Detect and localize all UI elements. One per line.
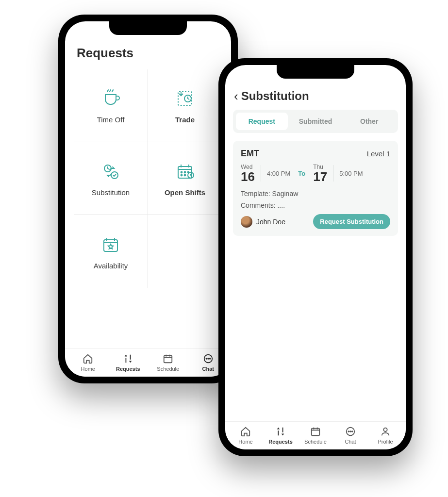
nav-label: Schedule xyxy=(304,439,327,445)
availability-icon xyxy=(100,233,122,256)
nav-label: Profile xyxy=(378,439,393,445)
divider xyxy=(333,165,333,182)
chat-icon xyxy=(345,426,356,437)
divider xyxy=(261,165,261,182)
end-time: 5:00 PM xyxy=(339,170,363,177)
chat-icon xyxy=(202,353,214,364)
coffee-icon xyxy=(100,87,122,110)
grid-item-label: Open Shifts xyxy=(165,188,205,197)
nav-label: Chat xyxy=(345,439,356,445)
requests-grid: Time Off Trade xyxy=(74,69,222,288)
phone-requests: Requests Time Off xyxy=(58,15,238,383)
open-shifts-icon xyxy=(174,160,196,182)
svg-point-6 xyxy=(184,172,186,173)
nav-home[interactable]: Home xyxy=(228,426,263,445)
bottom-nav: Home Requests Schedule xyxy=(65,348,231,377)
grid-item-trade[interactable]: Trade xyxy=(148,69,222,142)
nav-requests[interactable]: Requests xyxy=(108,353,149,372)
device-notch xyxy=(109,21,187,35)
comments-line: Comments: .... xyxy=(241,201,390,209)
nav-requests[interactable]: Requests xyxy=(263,426,298,445)
grid-item-label: Availability xyxy=(94,262,128,270)
svg-point-21 xyxy=(352,431,353,432)
back-button[interactable]: ‹ Substitution xyxy=(233,89,398,110)
profile-icon xyxy=(380,426,391,437)
start-time: 4:00 PM xyxy=(267,170,290,177)
svg-point-8 xyxy=(181,175,183,176)
home-icon xyxy=(240,426,251,437)
shift-role: EMT xyxy=(241,149,259,159)
tab-submitted[interactable]: Submitted xyxy=(290,113,342,130)
start-day: 16 xyxy=(241,170,255,183)
grid-item-label: Trade xyxy=(175,116,195,124)
nav-label: Schedule xyxy=(157,366,179,372)
svg-point-19 xyxy=(348,431,349,432)
svg-rect-11 xyxy=(104,240,117,251)
user-chip[interactable]: John Doe xyxy=(241,216,285,228)
grid-item-availability[interactable]: Availability xyxy=(74,215,148,288)
device-notch xyxy=(277,65,354,79)
page-title: Requests xyxy=(74,46,222,69)
schedule-icon xyxy=(310,426,321,437)
page-title: Substitution xyxy=(241,89,309,103)
grid-item-time-off[interactable]: Time Off xyxy=(74,69,148,142)
shift-card: EMT Level 1 Wed 16 4:00 PM To Thu xyxy=(233,141,398,236)
nav-schedule[interactable]: Schedule xyxy=(298,426,333,445)
svg-point-22 xyxy=(383,428,387,431)
svg-point-5 xyxy=(181,172,183,173)
nav-label: Home xyxy=(238,439,252,445)
tab-other[interactable]: Other xyxy=(343,113,395,130)
schedule-icon xyxy=(162,353,174,364)
svg-point-15 xyxy=(208,358,209,359)
nav-profile[interactable]: Profile xyxy=(368,426,403,445)
end-day: 17 xyxy=(313,170,327,183)
svg-rect-12 xyxy=(164,356,172,363)
svg-point-9 xyxy=(184,175,186,176)
end-date: Thu 17 xyxy=(313,164,327,183)
trade-icon xyxy=(174,87,196,110)
substitution-icon xyxy=(100,160,122,182)
request-substitution-button[interactable]: Request Substitution xyxy=(313,214,390,229)
grid-item-empty xyxy=(148,215,222,288)
home-icon xyxy=(82,353,94,364)
nav-label: Requests xyxy=(116,366,140,372)
tabs: Request Submitted Other xyxy=(233,110,398,133)
chevron-left-icon: ‹ xyxy=(234,90,238,102)
template-line: Template: Saginaw xyxy=(241,190,390,198)
nav-label: Chat xyxy=(202,366,214,372)
svg-point-20 xyxy=(350,431,351,432)
nav-chat[interactable]: Chat xyxy=(333,426,368,445)
grid-item-open-shifts[interactable]: Open Shifts xyxy=(148,142,222,215)
grid-item-label: Substitution xyxy=(92,188,130,197)
svg-point-14 xyxy=(206,358,207,359)
phone-substitution: ‹ Substitution Request Submitted Other E… xyxy=(218,58,413,456)
user-name: John Doe xyxy=(256,218,285,226)
requests-icon xyxy=(275,426,286,437)
nav-label: Requests xyxy=(268,439,293,445)
svg-rect-17 xyxy=(312,429,320,436)
nav-home[interactable]: Home xyxy=(68,353,108,372)
avatar xyxy=(241,216,252,228)
requests-icon xyxy=(122,353,134,364)
to-label: To xyxy=(294,170,309,177)
shift-level: Level 1 xyxy=(367,149,390,158)
nav-schedule[interactable]: Schedule xyxy=(148,353,188,372)
grid-item-label: Time Off xyxy=(97,116,125,124)
svg-point-16 xyxy=(210,358,211,359)
shift-time-row: Wed 16 4:00 PM To Thu 17 5:00 PM xyxy=(241,164,390,183)
start-date: Wed 16 xyxy=(241,164,255,183)
nav-label: Home xyxy=(81,366,95,372)
grid-item-substitution[interactable]: Substitution xyxy=(74,142,148,215)
bottom-nav: Home Requests Schedule xyxy=(225,421,406,449)
tab-request[interactable]: Request xyxy=(236,113,288,130)
